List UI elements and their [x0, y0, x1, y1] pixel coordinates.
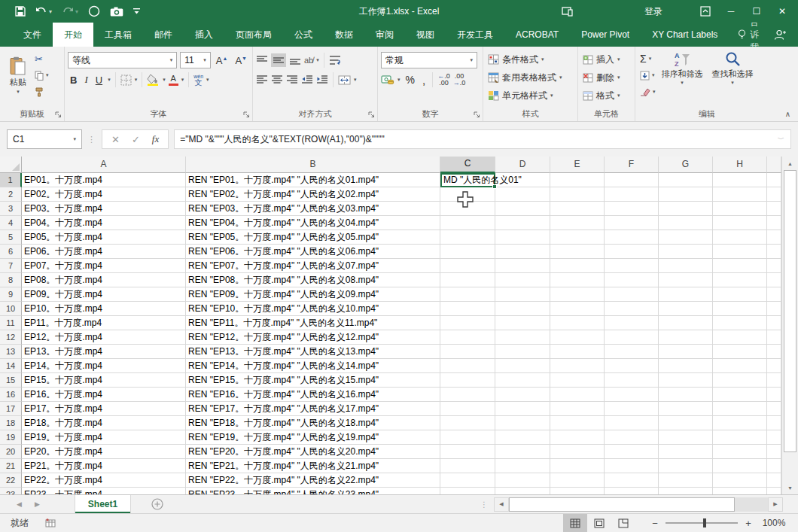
align-left-icon[interactable]	[256, 74, 268, 85]
cell-C6[interactable]	[440, 245, 495, 259]
normal-view-button[interactable]	[563, 514, 587, 532]
cell-G18[interactable]	[659, 416, 713, 430]
cell-G8[interactable]	[659, 273, 713, 287]
cell-E12[interactable]	[550, 330, 605, 345]
formula-input[interactable]: ="MD "&"""人民的名义"&TEXT(ROW(A1),"00")&""""…	[174, 129, 791, 149]
cell-C23[interactable]	[440, 488, 495, 494]
cell-D23[interactable]	[495, 488, 550, 494]
cell-A6[interactable]: EP06。十万度.mp4	[22, 245, 186, 259]
cell-E2[interactable]	[550, 187, 605, 202]
cell-F6[interactable]	[605, 245, 659, 259]
cell-A20[interactable]: EP20。十万度.mp4	[22, 445, 186, 459]
cell-C16[interactable]	[440, 388, 495, 402]
collapse-ribbon-icon[interactable]: ∧	[785, 110, 790, 118]
cell-H11[interactable]	[713, 316, 767, 330]
zoom-level[interactable]: 100%	[756, 518, 792, 528]
cell-D9[interactable]	[495, 287, 550, 302]
cell-C9[interactable]	[440, 287, 495, 302]
cell-F10[interactable]	[605, 302, 659, 316]
column-header-partial[interactable]	[767, 157, 781, 173]
row-header-18[interactable]: 18	[0, 416, 22, 430]
cell-B14[interactable]: REN "EP14。十万度.mp4" "人民的名义14.mp4"	[186, 359, 440, 373]
borders-icon[interactable]	[120, 74, 132, 86]
column-header-H[interactable]: H	[713, 157, 767, 173]
cell-G19[interactable]	[659, 430, 713, 445]
cell-D3[interactable]	[495, 202, 550, 216]
cell-G4[interactable]	[659, 216, 713, 230]
row-header-9[interactable]: 9	[0, 287, 22, 302]
font-size-combo[interactable]: 11▾	[180, 52, 211, 68]
scroll-right-icon[interactable]: ▶	[768, 497, 783, 512]
cell-H20[interactable]	[713, 445, 767, 459]
decrease-decimal-icon[interactable]: .00→.0	[453, 73, 466, 87]
cell-H19[interactable]	[713, 430, 767, 445]
undo-dropdown-icon[interactable]: ▾	[49, 8, 52, 15]
cell-H18[interactable]	[713, 416, 767, 430]
cell-D11[interactable]	[495, 316, 550, 330]
fill-color-icon[interactable]	[147, 74, 160, 86]
tab-插入[interactable]: 插入	[184, 23, 224, 47]
increase-indent-icon[interactable]	[316, 74, 328, 85]
row-header-20[interactable]: 20	[0, 445, 22, 459]
cell-E4[interactable]	[550, 216, 605, 230]
phonetic-guide-icon[interactable]: wén文	[193, 74, 203, 87]
row-header-13[interactable]: 13	[0, 345, 22, 359]
font-name-combo[interactable]: 等线▾	[68, 52, 177, 68]
row-header-8[interactable]: 8	[0, 273, 22, 287]
cell-B22[interactable]: REN "EP22。十万度.mp4" "人民的名义22.mp4"	[186, 473, 440, 488]
bold-button[interactable]: B	[68, 74, 79, 86]
cell-G6[interactable]	[659, 245, 713, 259]
cell-C20[interactable]	[440, 445, 495, 459]
cell-H16[interactable]	[713, 388, 767, 402]
cell-F11[interactable]	[605, 316, 659, 330]
cell-A21[interactable]: EP21。十万度.mp4	[22, 459, 186, 473]
cell-A23[interactable]: EP23。十万度.mp4	[22, 488, 186, 494]
cell-H9[interactable]	[713, 287, 767, 302]
cell-D10[interactable]	[495, 302, 550, 316]
column-header-D[interactable]: D	[495, 157, 550, 173]
cell-F7[interactable]	[605, 259, 659, 273]
row-header-14[interactable]: 14	[0, 359, 22, 373]
cell-F22[interactable]	[605, 473, 659, 488]
cell-F5[interactable]	[605, 230, 659, 245]
cell-x22[interactable]	[767, 473, 781, 488]
cell-E11[interactable]	[550, 316, 605, 330]
cell-B4[interactable]: REN "EP04。十万度.mp4" "人民的名义04.mp4"	[186, 216, 440, 230]
minimize-button[interactable]: ─	[718, 0, 744, 23]
row-header-19[interactable]: 19	[0, 430, 22, 445]
cell-x15[interactable]	[767, 373, 781, 388]
select-all-corner[interactable]	[0, 157, 22, 173]
paste-button[interactable]: 粘贴 ▾	[3, 50, 33, 100]
align-right-icon[interactable]	[286, 74, 298, 85]
share-account-icon[interactable]	[774, 23, 786, 47]
cell-E17[interactable]	[550, 402, 605, 416]
cell-x5[interactable]	[767, 230, 781, 245]
cell-F1[interactable]	[605, 173, 659, 187]
align-middle-icon[interactable]	[271, 53, 286, 67]
cell-G17[interactable]	[659, 402, 713, 416]
cell-F14[interactable]	[605, 359, 659, 373]
add-sheet-button[interactable]	[151, 495, 163, 513]
cell-F16[interactable]	[605, 388, 659, 402]
cell-G3[interactable]	[659, 202, 713, 216]
row-header-15[interactable]: 15	[0, 373, 22, 388]
cell-B7[interactable]: REN "EP07。十万度.mp4" "人民的名义07.mp4"	[186, 259, 440, 273]
circle-shape-icon[interactable]	[88, 5, 100, 17]
cell-E5[interactable]	[550, 230, 605, 245]
row-header-3[interactable]: 3	[0, 202, 22, 216]
cell-H4[interactable]	[713, 216, 767, 230]
cell-x21[interactable]	[767, 459, 781, 473]
cell-x4[interactable]	[767, 216, 781, 230]
scroll-down-icon[interactable]: ▼	[782, 481, 798, 494]
cell-A8[interactable]: EP08。十万度.mp4	[22, 273, 186, 287]
cell-C1[interactable]: MD "人民的名义01"	[440, 173, 495, 187]
qat-customize-icon[interactable]	[133, 8, 140, 15]
copy-button[interactable]: ▾	[33, 67, 50, 84]
cell-H12[interactable]	[713, 330, 767, 345]
cell-F19[interactable]	[605, 430, 659, 445]
cell-x8[interactable]	[767, 273, 781, 287]
tab-公式[interactable]: 公式	[283, 23, 324, 47]
fill-handle[interactable]	[492, 184, 497, 189]
cell-x23[interactable]	[767, 488, 781, 494]
align-bottom-icon[interactable]	[289, 55, 301, 65]
